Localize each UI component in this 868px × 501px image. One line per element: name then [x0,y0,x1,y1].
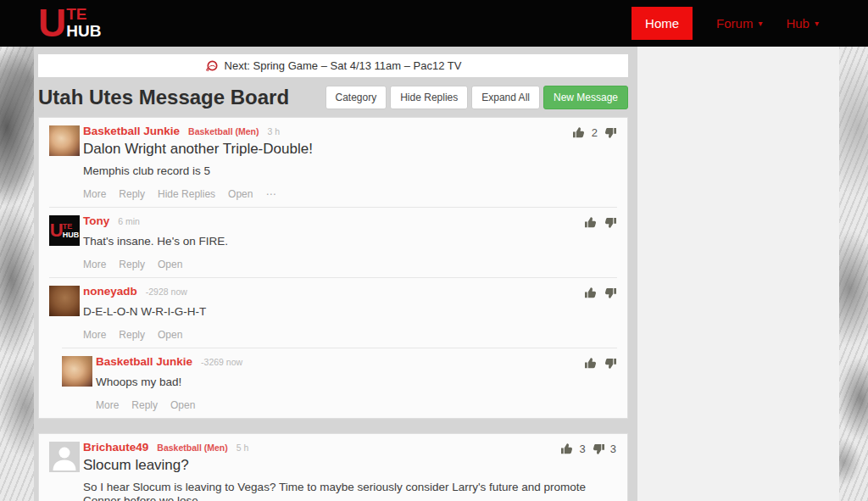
post-main: Basketball Junkie-3269 nowWhoops my bad!… [96,355,617,411]
post-timestamp: 3 h [268,125,281,138]
new-message-button[interactable]: New Message [543,86,628,109]
avatar-woman-photo[interactable] [62,356,92,387]
thumb-up-icon[interactable] [585,357,598,370]
post-body: Whoops my bad! [96,376,617,389]
board-toolbar: Category Hide Replies Expand All New Mes… [326,86,629,109]
avatar-person-silhouette[interactable] [49,442,80,472]
dislike-count: 3 [610,443,616,455]
avatar-utehub-logo[interactable]: UTEHUB [49,215,80,246]
post-votes [585,357,616,370]
post-body: That's insane. He's on FIRE. [83,235,617,248]
post-actions: MoreReplyOpen [96,399,617,411]
action-link-more[interactable]: More [83,329,106,341]
action-link-hide-replies[interactable]: Hide Replies [158,188,215,200]
forum-thread: 2Basketball JunkieBasketball (Men)3 hDal… [38,117,628,419]
nav-home-label: Home [645,16,679,31]
action-link-more[interactable]: More [83,259,106,270]
post-timestamp: -3269 now [201,356,242,369]
post-author-link[interactable]: Basketball Junkie [83,125,180,137]
action-link-reply[interactable]: Reply [119,329,145,341]
post-timestamp: -2928 now [146,286,187,298]
thumb-down-icon[interactable] [604,216,616,229]
thumb-down-icon[interactable] [604,287,616,299]
action-link-reply[interactable]: Reply [119,188,145,200]
forum-post: 33Brichaute49Basketball (Men)5 hSlocum l… [49,434,617,501]
forum-post: noneyadb-2928 nowD-E-L-O-N W-R-I-G-H-TMo… [49,277,617,348]
action-link-more[interactable]: More [96,399,119,411]
main-content: Next: Spring Game – Sat 4/13 11am – Pac1… [34,47,637,501]
chevron-down-icon: ▾ [758,19,762,28]
post-author-link[interactable]: Tony [83,214,109,227]
logo-hub: HUB [66,22,101,40]
post-author-link[interactable]: Basketball Junkie [96,355,192,368]
post-body: So I hear Slocum is leaving to Vegas? Ti… [83,481,617,501]
nav-item-hub[interactable]: Hub ▾ [786,16,819,31]
logo-te: TE [66,7,101,22]
action-link-open[interactable]: Open [170,399,195,411]
post-main: noneyadb-2928 nowD-E-L-O-N W-R-I-G-H-TMo… [83,285,617,341]
post-votes: 33 [561,443,616,455]
person-silhouette-icon [49,442,80,472]
post-body: Memphis club record is 5 [83,164,617,178]
thumb-up-icon[interactable] [573,126,586,139]
expand-all-button[interactable]: Expand All [471,86,540,109]
action-link-open[interactable]: Open [158,259,182,270]
post-title: Slocum leaving? [83,457,617,474]
thumb-down-icon[interactable] [592,443,604,455]
avatar-woman-photo[interactable] [49,125,80,156]
post-category-label: Basketball (Men) [188,125,259,138]
chevron-down-icon: ▾ [815,19,819,28]
action-link-reply[interactable]: Reply [119,259,145,270]
thumb-up-icon[interactable] [585,216,598,229]
next-game-banner[interactable]: Next: Spring Game – Sat 4/13 11am – Pac1… [38,54,628,77]
utehub-mini-logo: UTEHUB [50,221,79,240]
thumb-up-icon[interactable] [585,287,598,299]
post-meta: Tony6 min [83,214,617,228]
post-actions: MoreReplyOpen [83,329,617,341]
post-timestamp: 5 h [236,442,249,454]
forum-post: UTEHUBTony6 minThat's insane. He's on FI… [49,207,617,277]
post-meta: noneyadb-2928 now [83,285,617,298]
post-meta: Brichaute49Basketball (Men)5 h [83,441,617,454]
post-votes: 2 [573,126,616,139]
nav-forum-label: Forum [716,16,753,31]
post-actions: MoreReplyHide RepliesOpen⋯ [83,188,617,200]
post-author-link[interactable]: noneyadb [83,285,137,298]
action-link-more[interactable]: More [83,188,106,200]
like-count: 2 [592,126,598,139]
post-votes [585,216,616,229]
post-votes [585,287,616,299]
post-meta: Basketball JunkieBasketball (Men)3 h [83,125,617,138]
nav-hub-label: Hub [786,16,810,31]
action-link-reply[interactable]: Reply [131,399,158,411]
post-body: D-E-L-O-N W-R-I-G-H-T [83,305,617,319]
post-timestamp: 6 min [118,215,140,228]
action-link-open[interactable]: Open [228,188,253,200]
nav-item-home[interactable]: Home [632,7,693,40]
thumb-down-icon[interactable] [604,357,616,370]
post-main: Basketball JunkieBasketball (Men)3 hDalo… [83,125,617,200]
post-category-label: Basketball (Men) [157,442,227,454]
top-navigation: Home Forum ▾ Hub ▾ [632,0,819,47]
thumb-up-icon[interactable] [561,443,574,455]
thumb-down-icon[interactable] [604,126,616,139]
forum-post: 2Basketball JunkieBasketball (Men)3 hDal… [49,118,617,207]
next-game-text: Next: Spring Game – Sat 4/13 11am – Pac1… [225,59,462,72]
post-title: Dalon Wright another Triple-Double! [83,141,617,158]
page-title: Utah Utes Message Board [38,86,326,109]
utes-drum-icon [205,59,219,73]
post-meta: Basketball Junkie-3269 now [96,355,617,369]
action-link-more-options[interactable]: ⋯ [265,188,275,200]
forum-thread: 33Brichaute49Basketball (Men)5 hSlocum l… [38,433,628,501]
hide-replies-button[interactable]: Hide Replies [390,86,468,109]
category-button[interactable]: Category [326,86,387,109]
nav-item-forum[interactable]: Forum ▾ [716,16,762,31]
avatar-dog-photo[interactable] [49,286,80,316]
action-link-open[interactable]: Open [158,329,182,341]
logo-letter-u: U [38,3,64,43]
utehub-logo[interactable]: U TE HUB [38,3,101,43]
post-actions: MoreReplyOpen [83,259,617,270]
post-author-link[interactable]: Brichaute49 [83,441,148,454]
board-header: Utah Utes Message Board Category Hide Re… [38,86,628,109]
post-main: Tony6 minThat's insane. He's on FIRE.Mor… [83,214,617,270]
